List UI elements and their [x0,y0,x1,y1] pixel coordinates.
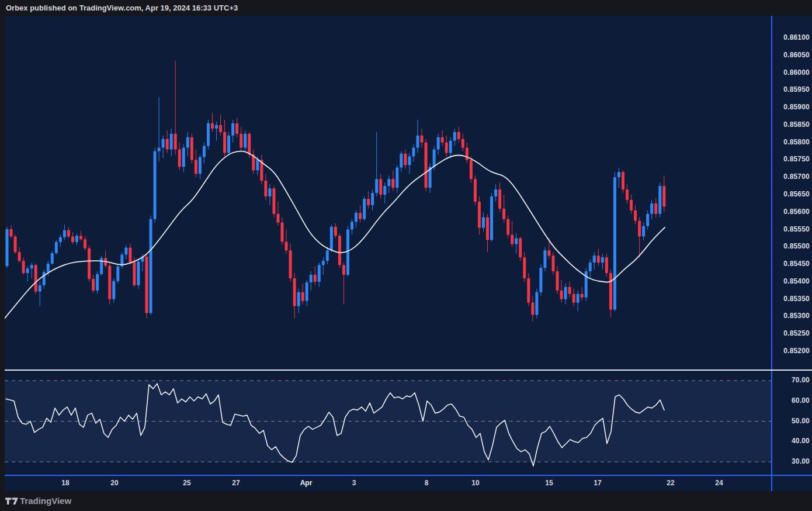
candle-body [264,181,267,196]
time-tick-label: 24 [715,479,723,487]
candle-body [195,160,197,174]
candle-body [10,229,13,237]
candle-body [638,221,641,237]
candle-body [256,160,259,170]
candle-body [437,137,440,150]
candle-body [318,265,321,282]
rsi-tick-label: 60.00 [775,396,810,405]
price-axis[interactable]: GBP 0.85616 0.861000.860500.860000.85950… [772,16,812,475]
candle-body [92,279,95,291]
time-tick-label: Apr [300,479,313,487]
candle-body [63,230,66,237]
price-tick-label: 0.86000 [775,68,810,77]
candle-body [617,172,620,177]
candle-body [326,250,329,261]
candle-body [511,234,513,244]
rsi-chart[interactable] [5,371,771,475]
candle-body [174,134,177,150]
price-tick-label: 0.85600 [775,208,810,216]
candle-body [322,261,325,265]
candle-body [268,188,271,196]
candle-body [547,250,550,255]
candle-body [219,125,222,132]
candle-body [379,179,382,195]
candle-body [43,272,46,285]
candle-body [133,263,136,285]
candle-body [112,281,115,299]
candle-body [215,125,218,129]
candle-body [203,146,206,157]
candle-body [597,255,600,263]
candle-body [235,123,238,134]
candle-body [166,139,169,150]
candle-body [240,134,242,148]
candle-body [14,236,17,252]
candle-body [630,200,633,210]
rsi-tick-label: 40.00 [775,437,810,445]
time-tick-label: 20 [110,479,118,487]
time-tick-label: 27 [232,479,240,487]
time-tick-label: 3 [352,479,356,487]
candle-body [359,213,362,219]
title-bar: Orbex published on TradingView.com, Apr … [0,0,812,16]
price-tick-label: 0.85650 [775,190,810,198]
time-tick-label: 17 [594,479,601,487]
candle-body [306,282,308,301]
candle-body [227,136,230,153]
candle-body [363,199,366,219]
candle-body [564,287,567,299]
candle-body [351,222,353,229]
candle-body [404,154,407,165]
candle-body [441,137,444,143]
candle-body [515,238,518,244]
candle-body [162,139,165,148]
candle-body [412,148,415,157]
candle-body [474,179,477,202]
candle-body [30,265,33,268]
candle-body [391,179,394,188]
candle-body [490,196,493,240]
time-axis-border [5,475,812,476]
candle-body [433,150,436,167]
candle-body [662,186,665,206]
candle-body [613,177,616,309]
candle-body [453,132,456,141]
price-tick-label: 0.85850 [775,120,810,129]
price-tick-label: 0.85800 [775,138,810,146]
candle-body [34,265,37,291]
candle-body [67,230,70,237]
candlestick-chart[interactable] [5,16,771,370]
candle-body [6,229,9,266]
candle-body [47,264,50,272]
time-axis[interactable]: 18202527Apr381015172224 [5,476,812,491]
price-tick-label: 0.85550 [775,225,810,233]
candle-body [622,172,624,189]
candle-body [355,213,358,222]
candle-body [650,203,653,214]
candle-body [51,253,54,264]
rsi-tick-label: 70.00 [775,376,810,384]
candle-body [272,188,275,213]
candle-body [346,230,349,275]
candle-body [519,238,522,257]
candle-body [383,186,386,195]
time-tick-label: 8 [425,479,429,487]
tradingview-logo-icon[interactable] [5,496,18,506]
price-tick-label: 0.85300 [775,312,810,320]
candle-body [22,261,25,273]
time-tick-label: 15 [545,479,553,487]
candle-body [137,261,140,285]
candle-body [154,151,157,219]
candle-body [577,294,579,303]
candle-body [186,137,189,148]
tradingview-wordmark[interactable]: TradingView [20,496,71,506]
candle-body [646,214,649,226]
candle-body [182,148,185,167]
candle-body [572,294,575,303]
price-tick-label: 0.85400 [775,277,810,285]
page-title: Orbex published on TradingView.com, Apr … [6,0,238,16]
candle-body [338,236,341,265]
candle-body [502,209,505,219]
candle-body [417,136,419,148]
pane-separator[interactable] [5,370,812,371]
